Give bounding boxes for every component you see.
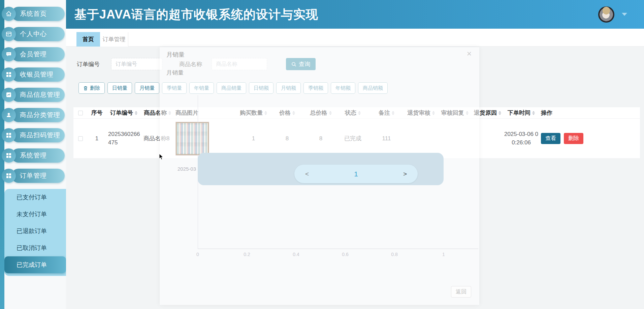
grid-icon — [2, 128, 16, 142]
sort-icon[interactable] — [135, 111, 137, 115]
sidebar-item-label: 系统首页 — [20, 9, 47, 18]
sidebar-item-label: 商品信息管理 — [20, 90, 60, 99]
sidebar-item-member-management[interactable]: 会员管理 — [0, 47, 66, 61]
submenu-item-completed-orders[interactable]: 已完成订单 — [4, 256, 66, 273]
select-all-checkbox[interactable] — [78, 111, 83, 115]
x-tick: 0.8 — [391, 252, 397, 257]
stat-button-monthly-sales[interactable]: 月销量 — [135, 82, 159, 94]
column-header-order-no: 订单编号 — [106, 107, 141, 118]
sidebar-item-label: 订单管理 — [20, 171, 47, 180]
x-tick: 0.4 — [293, 252, 299, 257]
chart-title: 月销量 — [166, 69, 184, 77]
x-tick: 0.6 — [342, 252, 348, 257]
sidebar-item-label: 个人中心 — [20, 30, 47, 38]
chart-line-icon — [2, 88, 16, 102]
chart-category-label: 2025-03 — [178, 166, 196, 172]
app-window: 系统首页 个人中心 会员管理 收银 — [0, 0, 644, 309]
chat-bubble-icon — [2, 47, 16, 61]
order-no-label: 订单编号 — [77, 60, 100, 68]
tab-order-management[interactable]: 订单管理 — [100, 32, 128, 47]
x-tick: 1 — [442, 252, 445, 257]
x-tick: 0 — [196, 252, 199, 257]
sidebar-menu: 系统首页 个人中心 会员管理 收银 — [0, 0, 66, 183]
sort-icon[interactable] — [498, 111, 501, 115]
sidebar-item-product-scan[interactable]: 商品扫码管理 — [0, 128, 66, 142]
home-icon — [2, 7, 16, 21]
submenu-item-paid-orders[interactable]: 已支付订单 — [4, 189, 66, 206]
delete-button[interactable]: 删除 — [78, 82, 105, 94]
user-icon — [2, 108, 16, 122]
order-no-input[interactable] — [111, 58, 162, 70]
submenu-item-cancelled-orders[interactable]: 已取消订单 — [4, 240, 66, 256]
tab-home[interactable]: 首页 — [76, 32, 100, 47]
sidebar-item-personal-center[interactable]: 个人中心 — [0, 27, 66, 41]
sidebar-item-order-management[interactable]: 订单管理 — [0, 169, 66, 183]
submenu-item-refunded-orders[interactable]: 已退款订单 — [4, 223, 66, 240]
cell-order-time: 2025-03-06 00:26:06 — [504, 119, 539, 158]
pagination-next-button[interactable]: > — [403, 170, 407, 178]
column-header-order-time: 下单时间 — [504, 107, 539, 118]
column-header-actions: 操作 — [539, 107, 640, 118]
column-header-index: 序号 — [88, 107, 106, 118]
cell-index: 1 — [88, 119, 106, 158]
chart-x-ticks: 0 0.2 0.4 0.6 0.8 1 — [198, 252, 444, 258]
sidebar-item-label: 收银员管理 — [20, 70, 54, 79]
chart-x-axis — [198, 249, 478, 249]
sidebar-item-home[interactable]: 系统首页 — [0, 7, 66, 21]
stat-button-daily-sales[interactable]: 日销量 — [107, 82, 132, 94]
submenu-item-unpaid-orders[interactable]: 未支付订单 — [4, 206, 66, 223]
sidebar: 系统首页 个人中心 会员管理 收银 — [0, 0, 66, 309]
avatar[interactable] — [598, 6, 614, 23]
view-button[interactable]: 查看 — [541, 133, 560, 144]
pagination-prev-button[interactable]: < — [305, 170, 309, 178]
chevron-down-icon[interactable] — [622, 13, 627, 16]
pagination-current-page[interactable]: 1 — [354, 170, 358, 178]
close-icon[interactable]: ✕ — [466, 50, 472, 58]
id-card-icon — [2, 27, 16, 41]
grid-icon — [2, 148, 16, 163]
sidebar-item-label: 系统管理 — [20, 151, 47, 160]
sidebar-item-system-management[interactable]: 系统管理 — [0, 148, 66, 163]
row-delete-button[interactable]: 删除 — [564, 133, 583, 144]
sidebar-item-cashier-management[interactable]: 收银员管理 — [0, 67, 66, 82]
sidebar-item-product-info[interactable]: 商品信息管理 — [0, 88, 66, 102]
x-tick: 0.2 — [244, 252, 250, 257]
sidebar-submenu: 已支付订单 未支付订单 已退款订单 已取消订单 已完成订单 — [4, 189, 66, 276]
grid-icon — [2, 67, 16, 82]
sidebar-item-label: 商品扫码管理 — [20, 131, 60, 140]
grid-icon — [2, 169, 16, 183]
sort-icon[interactable] — [532, 111, 535, 115]
top-bar: 基于JAVA语言的超市收银系统的设计与实现 — [66, 0, 644, 29]
cell-order-no: 2025360266475 — [106, 119, 141, 158]
trash-icon — [83, 86, 88, 91]
dialog-title: 月销量 — [166, 51, 185, 59]
back-button[interactable]: 返回 — [451, 286, 471, 298]
tab-bar: 首页 订单管理 — [66, 29, 644, 47]
row-checkbox[interactable] — [78, 136, 83, 141]
pagination: < 1 > — [294, 165, 418, 183]
sidebar-item-product-category[interactable]: 商品分类管理 — [0, 108, 66, 122]
page-title: 基于JAVA语言的超市收银系统的设计与实现 — [66, 0, 644, 29]
sidebar-item-label: 会员管理 — [20, 50, 47, 59]
sidebar-item-label: 商品分类管理 — [20, 111, 60, 119]
